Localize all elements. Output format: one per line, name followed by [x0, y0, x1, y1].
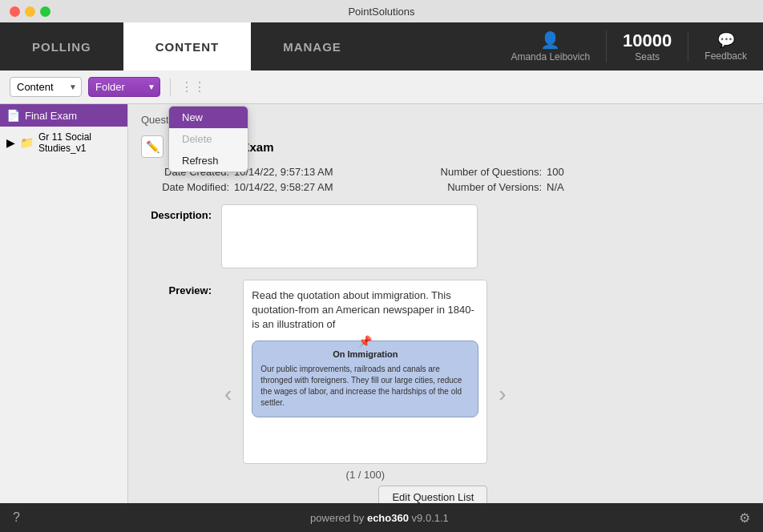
num-questions-value: 100 [547, 166, 564, 178]
sidebar-item-label-gr11: Gr 11 Social Studies_v1 [38, 131, 121, 154]
seats-display: 10000 Seats [606, 30, 688, 62]
num-versions-label: Number of Versions: [422, 181, 542, 193]
dropdown-item-new[interactable]: New [169, 107, 248, 128]
feedback-label: Feedback [704, 50, 747, 62]
toolbar-divider [170, 79, 171, 96]
immigration-card: 📌 On Immigration Our public improvements… [252, 341, 478, 417]
prev-arrow[interactable]: ‹ [221, 381, 235, 407]
bottombar: ? powered by echo360 v9.0.1.1 ⚙ [0, 503, 763, 532]
powered-by-text: powered by echo360 v9.0.1.1 [310, 512, 449, 524]
nav-right: 👤 Amanda Leibovich 10000 Seats 💬 Feedbac… [495, 22, 763, 71]
desc-row: Description: [141, 204, 750, 268]
preview-content: ‹ Read the quotation about immigration. … [221, 280, 750, 505]
description-label: Description: [141, 204, 221, 221]
num-questions-label: Number of Questions: [422, 166, 542, 178]
echo-brand: echo360 [367, 512, 409, 524]
pin-icon: 📌 [358, 335, 372, 348]
preview-box: Read the quotation about immigration. Th… [243, 280, 487, 464]
date-modified-value: 10/14/22, 9:58:27 AM [234, 181, 378, 193]
seats-count: 10000 [623, 30, 672, 51]
tab-manage[interactable]: MANAGE [251, 22, 373, 71]
content-select[interactable]: Content [10, 77, 82, 97]
preview-label: Preview: [141, 280, 221, 296]
user-menu[interactable]: 👤 Amanda Leibovich [495, 30, 606, 62]
navbar: POLLING CONTENT MANAGE 👤 Amanda Leibovic… [0, 22, 763, 71]
detail-row-dates2: Date Modified: 10/14/22, 9:58:27 AM Numb… [141, 181, 750, 193]
feedback-icon: 💬 [717, 31, 735, 49]
preview-counter: (1 / 100) [243, 469, 487, 481]
sidebar: 📄 Final Exam ▶ 📁 Gr 11 Social Studies_v1 [0, 104, 128, 505]
folder-select-wrapper[interactable]: Folder ▼ New Delete Refresh [88, 77, 160, 97]
user-icon: 👤 [540, 30, 560, 50]
date-modified-label: Date Modified: [141, 181, 229, 193]
tab-content[interactable]: CONTENT [123, 22, 252, 71]
immigration-title: On Immigration [260, 349, 470, 359]
description-box[interactable] [221, 204, 478, 268]
folder-select[interactable]: Folder [88, 77, 160, 97]
close-button[interactable] [10, 6, 20, 17]
folder-icon2: 📁 [20, 136, 34, 149]
main-area: 📄 Final Exam ▶ 📁 Gr 11 Social Studies_v1… [0, 104, 763, 505]
preview-image-area: 📌 On Immigration Our public improvements… [244, 341, 486, 425]
date-created-value: 10/14/22, 9:57:13 AM [234, 166, 378, 178]
sidebar-item-final-exam[interactable]: 📄 Final Exam [0, 104, 127, 127]
drag-handle-icon: ⋮⋮ [180, 79, 206, 95]
next-arrow[interactable]: › [495, 381, 509, 407]
folder-icon: ▶ [6, 136, 15, 149]
num-versions-value: N/A [547, 181, 564, 193]
sidebar-item-label-final-exam: Final Exam [25, 110, 77, 122]
file-icon: 📄 [6, 109, 20, 122]
sidebar-item-gr11[interactable]: ▶ 📁 Gr 11 Social Studies_v1 [0, 127, 127, 159]
folder-dropdown-menu: New Delete Refresh [168, 106, 248, 172]
dropdown-item-refresh[interactable]: Refresh [169, 150, 248, 171]
preview-row: Preview: ‹ Read the quotation about immi… [141, 280, 750, 505]
tab-polling[interactable]: POLLING [0, 22, 123, 71]
edit-question-list-button[interactable]: Edit Question List [378, 486, 487, 505]
settings-icon[interactable]: ⚙ [739, 510, 750, 526]
feedback-button[interactable]: 💬 Feedback [688, 31, 763, 62]
content-select-wrapper[interactable]: Content ▼ [10, 77, 82, 97]
window-controls[interactable] [10, 6, 50, 17]
edit-name-button[interactable]: ✏️ [141, 135, 164, 158]
seats-label: Seats [635, 51, 660, 62]
user-name: Amanda Leibovich [511, 51, 590, 62]
titlebar: PointSolutions [0, 0, 763, 22]
preview-text: Read the quotation about immigration. Th… [244, 280, 486, 341]
toolbar: Content ▼ Folder ▼ New Delete Refresh ⋮⋮ [0, 71, 763, 104]
app-title: PointSolutions [348, 6, 414, 18]
minimize-button[interactable] [25, 6, 35, 17]
maximize-button[interactable] [40, 6, 50, 17]
preview-col: Read the quotation about immigration. Th… [243, 280, 487, 505]
dropdown-item-delete: Delete [169, 128, 248, 150]
help-icon[interactable]: ? [13, 510, 20, 525]
immigration-body: Our public improvements, railroads and c… [260, 364, 470, 409]
detail-card: ✏️ Name: Final Exam Date Created: 10/14/… [141, 135, 750, 505]
